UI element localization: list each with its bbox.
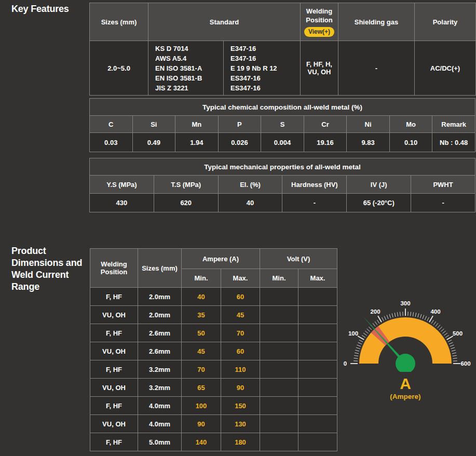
- gauge-minor-tick: [363, 333, 367, 336]
- gauge-minor-tick: [441, 329, 444, 331]
- table-row[interactable]: VU, OH4.0mm90130: [90, 415, 337, 433]
- cell-amp-min: 50: [182, 324, 221, 342]
- chem-value: 9.83: [347, 133, 390, 152]
- spec-welding-position-value: F, HF, H, VU, OH: [301, 41, 338, 96]
- cell-volt-max: [298, 288, 337, 306]
- cell-size: 3.2mm: [138, 360, 182, 379]
- cell-amp-max: 60: [221, 342, 260, 360]
- cell-volt-min: [260, 360, 298, 379]
- cell-volt-max: [298, 379, 337, 397]
- chem-header: Ni: [347, 116, 390, 133]
- gauge-minor-tick: [452, 350, 456, 351]
- cell-amp-min: 65: [182, 379, 221, 397]
- cell-volt-min: [260, 433, 298, 451]
- mech-table-title: Typical mechanical properties of all-wel…: [90, 158, 475, 176]
- gauge-hub: [396, 354, 415, 373]
- gauge-tick-label: 600: [460, 360, 470, 367]
- cell-amp-max: 110: [221, 360, 260, 379]
- cell-size: 2.6mm: [138, 342, 182, 360]
- cell-amp-min: 140: [182, 433, 221, 451]
- view-plus-badge[interactable]: View(+): [304, 27, 334, 37]
- cell-size: 2.0mm: [138, 288, 182, 306]
- spec-sizes-value: 2.0~5.0: [90, 41, 148, 96]
- gauge-minor-tick: [443, 331, 446, 333]
- gauge-minor-tick: [354, 358, 358, 359]
- mech-value: 620: [154, 194, 218, 212]
- gauge-minor-tick: [420, 314, 421, 318]
- table-row[interactable]: VU, OH2.0mm3545: [90, 306, 337, 324]
- gauge-tick-label: 300: [400, 300, 410, 306]
- gauge-tick-label: 500: [453, 330, 463, 337]
- cell-amp-min: 40: [182, 288, 221, 306]
- gauge-minor-tick: [400, 312, 401, 316]
- mech-title-row: Typical mechanical properties of all-wel…: [90, 158, 475, 176]
- cell-position: VU, OH: [90, 415, 138, 433]
- mech-value: 430: [90, 194, 154, 212]
- cell-amp-max: 150: [221, 397, 260, 415]
- cell-volt-min: [260, 397, 298, 415]
- table-row[interactable]: F, HF3.2mm70110: [90, 360, 337, 379]
- mech-header: Hardness (HV): [282, 176, 347, 194]
- cell-position: VU, OH: [90, 306, 138, 324]
- cell-volt-max: [298, 397, 337, 415]
- gauge-minor-tick: [373, 323, 375, 326]
- product-header-group-row: Welding Position Sizes (mm) Ampere (A) V…: [90, 249, 337, 269]
- cell-amp-max: 45: [221, 306, 260, 324]
- mech-value: -: [282, 194, 347, 212]
- gauge-minor-tick: [423, 315, 424, 319]
- table-row[interactable]: F, HF2.0mm4060: [90, 288, 337, 306]
- table-row[interactable]: F, HF5.0mm140180: [90, 433, 337, 451]
- gauge-unit-sublabel: (Ampere): [390, 393, 420, 400]
- cell-size: 4.0mm: [138, 415, 182, 433]
- gauge-minor-tick: [433, 321, 436, 325]
- gauge-minor-tick: [389, 314, 391, 318]
- cell-size: 3.2mm: [138, 379, 182, 397]
- gauge-minor-tick: [359, 340, 363, 342]
- cell-amp-min: 90: [182, 415, 221, 433]
- gauge-minor-tick: [418, 313, 419, 317]
- ampere-max-header: Max.: [221, 269, 260, 288]
- cell-amp-min: 35: [182, 306, 221, 324]
- cell-amp-min: 70: [182, 360, 221, 379]
- gauge-minor-tick: [387, 315, 388, 319]
- gauge-minor-tick: [427, 317, 429, 321]
- weld-current-table: Welding Position Sizes (mm) Ampere (A) V…: [90, 248, 337, 451]
- standard-item: EN ISO 3581-A: [155, 63, 221, 73]
- spec-table: Sizes (mm) Standard Welding Position Vie…: [89, 3, 476, 96]
- welding-position-label: Welding Position: [303, 7, 336, 24]
- cell-volt-max: [298, 415, 337, 433]
- chem-value: 19.16: [304, 133, 347, 152]
- cell-amp-max: 60: [221, 288, 260, 306]
- gauge-minor-tick: [451, 347, 455, 349]
- gauge-major-tick: [429, 316, 433, 322]
- cell-volt-min: [260, 306, 298, 324]
- table-row[interactable]: VU, OH2.6mm4560: [90, 342, 337, 360]
- spec-header-shielding-gas: Shielding gas: [338, 3, 415, 41]
- table-row[interactable]: F, HF2.6mm5070: [90, 324, 337, 342]
- gauge-major-tick: [378, 316, 382, 322]
- mech-value: -: [411, 194, 475, 212]
- mech-header: El. (%): [218, 176, 282, 194]
- table-row[interactable]: VU, OH3.2mm6590: [90, 379, 337, 397]
- mech-header: Y.S (MPa): [90, 176, 154, 194]
- gauge-minor-tick: [358, 342, 362, 344]
- spec-header-standard: Standard: [148, 3, 301, 41]
- gauge-tick-label: 100: [348, 330, 358, 337]
- table-row[interactable]: F, HF4.0mm100150: [90, 397, 337, 415]
- gauge-minor-tick: [445, 336, 449, 338]
- gauge-minor-tick: [395, 313, 396, 317]
- ampere-min-header: Min.: [182, 269, 221, 288]
- gauge-major-tick: [358, 336, 364, 340]
- cell-position: F, HF: [90, 433, 138, 451]
- spec-header-sizes: Sizes (mm): [90, 3, 148, 41]
- chem-data-row: 0.03 0.49 1.94 0.026 0.004 19.16 9.83 0.…: [90, 133, 475, 152]
- cell-size: 2.6mm: [138, 324, 182, 342]
- gauge-tick-label: 400: [430, 309, 440, 315]
- chem-value: 0.004: [261, 133, 304, 152]
- gauge-minor-tick: [377, 320, 379, 324]
- gauge-minor-tick: [444, 333, 447, 336]
- cell-amp-max: 70: [221, 324, 260, 342]
- product-header-ampere: Ampere (A): [182, 249, 260, 269]
- mech-header-row: Y.S (MPa) T.S (MPa) El. (%) Hardness (HV…: [90, 176, 475, 194]
- gauge-minor-tick: [453, 358, 457, 359]
